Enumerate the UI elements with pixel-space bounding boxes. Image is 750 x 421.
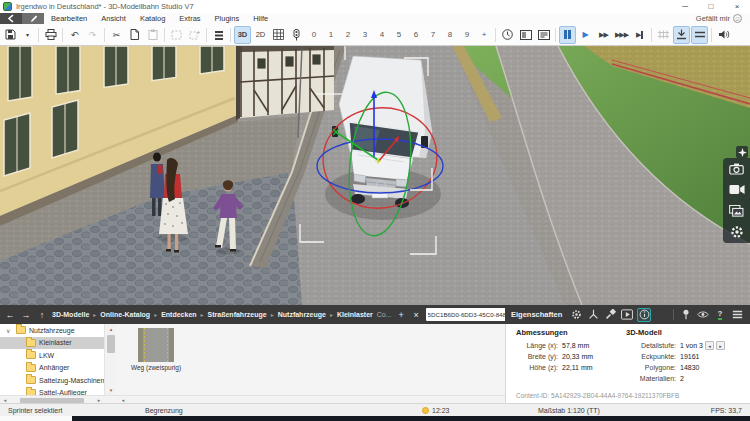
- select-add-button[interactable]: [186, 26, 203, 44]
- sound-button[interactable]: [715, 26, 732, 44]
- tree-item-kleinlaster[interactable]: Kleinlaster: [0, 337, 104, 350]
- detail-next-button[interactable]: ▸: [716, 341, 725, 350]
- screenshot-button[interactable]: [728, 161, 746, 176]
- fastest-forward-button[interactable]: ▶▶▶: [613, 26, 630, 44]
- pause-button[interactable]: [559, 26, 576, 44]
- like-button[interactable]: Gefällt mir ☺: [696, 13, 750, 24]
- tree-item-nutzfahrzeuge[interactable]: ∨ Nutzfahrzeuge: [0, 324, 104, 337]
- close-tab-button[interactable]: ×: [411, 310, 422, 320]
- catalog-up-button[interactable]: ↑: [36, 310, 48, 320]
- menu-bearbeiten[interactable]: Bearbeiten: [44, 13, 94, 24]
- layer-7-button[interactable]: 7: [425, 26, 441, 44]
- layer-5-button[interactable]: 5: [391, 26, 407, 44]
- save-dropdown[interactable]: ▾: [20, 26, 35, 44]
- settings-tab[interactable]: [569, 308, 583, 322]
- breadcrumb-entdecken[interactable]: Entdecken: [161, 311, 196, 318]
- print-button[interactable]: [42, 26, 59, 44]
- minimize-button[interactable]: ─: [672, 0, 698, 13]
- tree-vertical-scrollbar[interactable]: ▴ ▾: [104, 324, 116, 395]
- catalog-item-weg[interactable]: Weg (zweispurig): [128, 328, 184, 371]
- menu-plugins[interactable]: Plugins: [208, 13, 247, 24]
- help-button[interactable]: ?: [713, 308, 727, 322]
- maximize-button[interactable]: □: [698, 0, 724, 13]
- layer-1-button[interactable]: 1: [323, 26, 339, 44]
- track-mode-button[interactable]: [655, 26, 672, 44]
- view-3d-button[interactable]: 3D: [234, 26, 251, 44]
- breadcrumb-kleinlaster[interactable]: Kleinlaster: [337, 311, 373, 318]
- items-horizontal-scrollbar[interactable]: ◂: [116, 395, 505, 403]
- tab-truncated[interactable]: Co...: [377, 311, 392, 318]
- info-tab[interactable]: [637, 308, 651, 322]
- breadcrumb-strassenfahrzeuge[interactable]: Straßenfahrzeuge: [208, 311, 267, 318]
- tree-item-lkw[interactable]: LKW: [0, 349, 104, 362]
- breadcrumb-nutzfahrzeuge[interactable]: Nutzfahrzeuge: [278, 311, 326, 318]
- paste-button[interactable]: [144, 26, 161, 44]
- chevron-left-icon: [7, 14, 15, 23]
- detail-prev-button[interactable]: ◂: [705, 341, 714, 350]
- layer-6-button[interactable]: 6: [408, 26, 424, 44]
- chevron-right-icon: ▸: [93, 311, 96, 318]
- scroll-left-arrow[interactable]: ◂: [0, 396, 10, 403]
- layer-0-button[interactable]: 0: [306, 26, 322, 44]
- gear-icon: [730, 225, 744, 239]
- tree-item-anhaenger[interactable]: Anhänger: [0, 362, 104, 375]
- redo-button[interactable]: ↷: [84, 26, 101, 44]
- breadcrumb-3d-modelle[interactable]: 3D-Modelle: [52, 311, 89, 318]
- tree-item-sattelzug-maschinen[interactable]: Sattelzug-Maschinen: [0, 374, 104, 387]
- viewport-3d[interactable]: [0, 46, 750, 305]
- nav-edit-button[interactable]: [22, 13, 44, 24]
- layer-4-button[interactable]: 4: [374, 26, 390, 44]
- layer-9-button[interactable]: 9: [459, 26, 475, 44]
- paint-tab[interactable]: [603, 308, 617, 322]
- event-editor-button[interactable]: [535, 26, 552, 44]
- undo-button[interactable]: ↶: [66, 26, 83, 44]
- cut-button[interactable]: ✂: [108, 26, 125, 44]
- menu-extras[interactable]: Extras: [172, 13, 207, 24]
- viewport-settings-button[interactable]: [728, 224, 746, 239]
- catalog-forward-button[interactable]: →: [20, 310, 32, 320]
- menu-katalog[interactable]: Katalog: [133, 13, 172, 24]
- snap-track-button[interactable]: [691, 26, 708, 44]
- gear-icon: [571, 309, 582, 320]
- transform-tab[interactable]: [586, 308, 600, 322]
- skip-end-button[interactable]: ▶: [631, 26, 648, 44]
- clock-button[interactable]: [499, 26, 516, 44]
- viewport-pin-button[interactable]: [736, 146, 748, 158]
- animation-tab[interactable]: [620, 308, 634, 322]
- catalog-back-button[interactable]: ←: [4, 310, 16, 320]
- gallery-button[interactable]: [728, 203, 746, 218]
- layer-2-button[interactable]: 2: [340, 26, 356, 44]
- content-id-field[interactable]: 5DC1B6D0-6DD3-45C0-8484-A60: [426, 308, 505, 321]
- play-button[interactable]: ▶: [577, 26, 594, 44]
- grid-button[interactable]: [270, 26, 287, 44]
- collapse-icon[interactable]: ∨: [6, 327, 13, 334]
- nav-back-button[interactable]: [0, 13, 22, 24]
- scrollbar-thumb[interactable]: [20, 398, 84, 403]
- pin-panel-button[interactable]: [679, 308, 693, 322]
- scrollbar-thumb[interactable]: [107, 335, 115, 353]
- record-video-button[interactable]: [728, 182, 746, 197]
- fast-forward-button[interactable]: ▶▶: [595, 26, 612, 44]
- breadcrumb-online-katalog[interactable]: Online-Katalog: [100, 311, 150, 318]
- scroll-right-arrow[interactable]: ▸: [94, 396, 104, 403]
- sun-icon: [422, 407, 429, 414]
- close-button[interactable]: ×: [724, 0, 750, 13]
- visibility-button[interactable]: [696, 308, 710, 322]
- select-area-button[interactable]: [168, 26, 185, 44]
- signal-button[interactable]: [288, 26, 305, 44]
- panel-menu-button[interactable]: [730, 308, 744, 322]
- menu-hilfe[interactable]: Hilfe: [246, 13, 275, 24]
- tree-horizontal-scrollbar[interactable]: ◂ ▸: [0, 395, 116, 403]
- add-tab-button[interactable]: +: [396, 310, 407, 320]
- layer-3-button[interactable]: 3: [357, 26, 373, 44]
- save-button[interactable]: [2, 26, 19, 44]
- snap-height-button[interactable]: [673, 26, 690, 44]
- scroll-left-arrow[interactable]: ◂: [118, 396, 128, 403]
- window-layout-button[interactable]: [517, 26, 534, 44]
- copy-button[interactable]: [126, 26, 143, 44]
- layer-add-button[interactable]: +: [476, 26, 492, 44]
- view-2d-button[interactable]: 2D: [252, 26, 269, 44]
- menu-ansicht[interactable]: Ansicht: [94, 13, 133, 24]
- layer-list-button[interactable]: [210, 26, 227, 44]
- layer-8-button[interactable]: 8: [442, 26, 458, 44]
